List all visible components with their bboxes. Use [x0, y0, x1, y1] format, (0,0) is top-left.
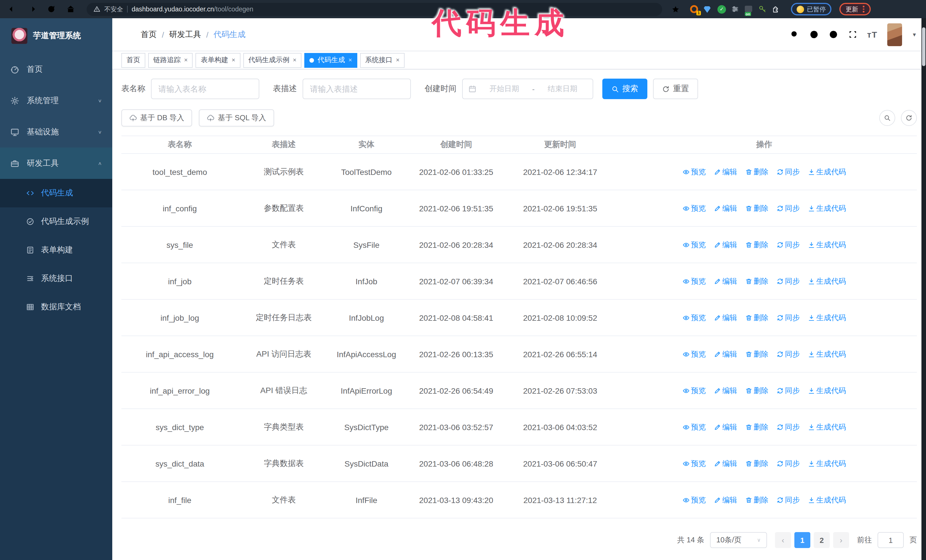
tab-close-icon[interactable]: × — [293, 57, 297, 63]
page-button-2[interactable]: 2 — [814, 532, 830, 548]
generate-code-link[interactable]: 生成代码 — [808, 495, 846, 505]
generate-code-link[interactable]: 生成代码 — [808, 276, 846, 286]
preview-link[interactable]: 预览 — [682, 422, 706, 432]
edit-link[interactable]: 编辑 — [714, 167, 737, 177]
edit-link[interactable]: 编辑 — [714, 458, 737, 469]
extensions-puzzle-icon[interactable] — [772, 5, 781, 14]
sidebar-item-infrastructure[interactable]: 基础设施 ∨ — [0, 116, 112, 148]
extension-orange-icon[interactable]: 1 — [690, 5, 699, 14]
sidebar-item-dev-tools[interactable]: 研发工具 ∧ — [0, 148, 112, 179]
toggle-search-button[interactable] — [879, 110, 895, 126]
goto-page-input[interactable] — [878, 532, 904, 548]
preview-link[interactable]: 预览 — [682, 495, 706, 505]
extension-proxy-icon[interactable]: on — [745, 5, 754, 14]
delete-link[interactable]: 删除 — [745, 167, 769, 177]
font-size-icon[interactable]: тT — [867, 30, 878, 39]
preview-link[interactable]: 预览 — [682, 458, 706, 469]
tab-close-icon[interactable]: × — [232, 57, 235, 63]
import-from-db-button[interactable]: 基于 DB 导入 — [121, 109, 192, 127]
scrollbar-thumb[interactable] — [922, 27, 925, 66]
delete-link[interactable]: 删除 — [745, 458, 769, 469]
sync-link[interactable]: 同步 — [776, 167, 800, 177]
sync-link[interactable]: 同步 — [776, 203, 800, 213]
tab-codegen[interactable]: 代码生成× — [304, 53, 357, 68]
browser-home-icon[interactable] — [66, 5, 75, 14]
sidebar-item-codegen[interactable]: 代码生成 — [0, 179, 112, 207]
search-icon[interactable] — [790, 30, 799, 39]
generate-code-link[interactable]: 生成代码 — [808, 385, 846, 395]
sync-link[interactable]: 同步 — [776, 385, 800, 395]
page-size-select[interactable]: 10条/页 ∨ — [710, 532, 767, 548]
edit-link[interactable]: 编辑 — [714, 422, 737, 432]
delete-link[interactable]: 删除 — [745, 385, 769, 395]
delete-link[interactable]: 删除 — [745, 422, 769, 432]
preview-link[interactable]: 预览 — [682, 349, 706, 359]
browser-refresh-icon[interactable] — [47, 5, 56, 14]
end-date-placeholder[interactable]: 结束日期 — [538, 84, 587, 94]
tab-home[interactable]: 首页 — [121, 53, 145, 68]
browser-back-icon[interactable] — [8, 5, 17, 14]
bookmark-star-icon[interactable] — [671, 5, 680, 14]
import-from-sql-button[interactable]: 基于 SQL 导入 — [199, 109, 274, 127]
tab-system-api[interactable]: 系统接口× — [360, 53, 405, 68]
delete-link[interactable]: 删除 — [745, 349, 769, 359]
github-icon[interactable] — [809, 30, 819, 39]
table-desc-input[interactable] — [303, 78, 411, 99]
sync-link[interactable]: 同步 — [776, 240, 800, 250]
sidebar-toggle-icon[interactable] — [121, 29, 132, 39]
fullscreen-icon[interactable] — [848, 30, 857, 39]
edit-link[interactable]: 编辑 — [714, 385, 737, 395]
delete-link[interactable]: 删除 — [745, 240, 769, 250]
sync-link[interactable]: 同步 — [776, 458, 800, 469]
extension-check-icon[interactable]: ✓ — [717, 5, 726, 14]
breadcrumb-home[interactable]: 首页 — [141, 29, 157, 39]
extension-sliders-icon[interactable] — [731, 5, 740, 14]
sidebar-item-database-doc[interactable]: 数据库文档 — [0, 293, 112, 321]
next-page-button[interactable]: › — [833, 532, 849, 548]
generate-code-link[interactable]: 生成代码 — [808, 312, 846, 323]
avatar[interactable] — [887, 23, 902, 46]
app-logo-row[interactable]: 芋道管理系统 — [0, 18, 112, 54]
preview-link[interactable]: 预览 — [682, 312, 706, 323]
edit-link[interactable]: 编辑 — [714, 312, 737, 323]
paused-extension-pill[interactable]: 已暂停 — [791, 3, 831, 15]
extension-key-icon[interactable] — [758, 5, 767, 14]
tab-form-builder[interactable]: 表单构建× — [196, 53, 241, 68]
reset-button[interactable]: 重置 — [653, 78, 698, 99]
page-scrollbar[interactable] — [921, 18, 926, 560]
sync-link[interactable]: 同步 — [776, 312, 800, 323]
sidebar-item-home[interactable]: 首页 — [0, 54, 112, 85]
breadcrumb-dev-tools[interactable]: 研发工具 — [169, 29, 201, 39]
generate-code-link[interactable]: 生成代码 — [808, 240, 846, 250]
address-bar[interactable]: 不安全 dashboard.yudao.iocoder.cn/tool/code… — [86, 3, 662, 16]
browser-update-button[interactable]: 更新 — [840, 3, 870, 15]
edit-link[interactable]: 编辑 — [714, 495, 737, 505]
sync-link[interactable]: 同步 — [776, 349, 800, 359]
table-name-input[interactable] — [151, 78, 259, 99]
sync-link[interactable]: 同步 — [776, 276, 800, 286]
tab-tracing[interactable]: 链路追踪× — [148, 53, 193, 68]
delete-link[interactable]: 删除 — [745, 203, 769, 213]
edit-link[interactable]: 编辑 — [714, 276, 737, 286]
extension-gem-icon[interactable] — [704, 5, 712, 14]
date-range-picker[interactable]: 开始日期 - 结束日期 — [462, 78, 593, 99]
search-button[interactable]: 搜索 — [602, 78, 648, 99]
sidebar-item-codegen-demo[interactable]: 代码生成示例 — [0, 207, 112, 236]
sidebar-item-system-management[interactable]: 系统管理 ∨ — [0, 85, 112, 116]
tab-close-icon[interactable]: × — [348, 57, 352, 63]
tab-close-icon[interactable]: × — [396, 57, 400, 63]
browser-menu-icon[interactable] — [863, 6, 864, 12]
tab-codegen-demo[interactable]: 代码生成示例× — [243, 53, 302, 68]
preview-link[interactable]: 预览 — [682, 240, 706, 250]
sidebar-item-system-api[interactable]: 系统接口 — [0, 264, 112, 293]
sidebar-item-form-builder[interactable]: 表单构建 — [0, 236, 112, 264]
sync-link[interactable]: 同步 — [776, 422, 800, 432]
generate-code-link[interactable]: 生成代码 — [808, 167, 846, 177]
generate-code-link[interactable]: 生成代码 — [808, 422, 846, 432]
preview-link[interactable]: 预览 — [682, 276, 706, 286]
generate-code-link[interactable]: 生成代码 — [808, 349, 846, 359]
generate-code-link[interactable]: 生成代码 — [808, 458, 846, 469]
edit-link[interactable]: 编辑 — [714, 349, 737, 359]
delete-link[interactable]: 删除 — [745, 276, 769, 286]
sync-link[interactable]: 同步 — [776, 495, 800, 505]
